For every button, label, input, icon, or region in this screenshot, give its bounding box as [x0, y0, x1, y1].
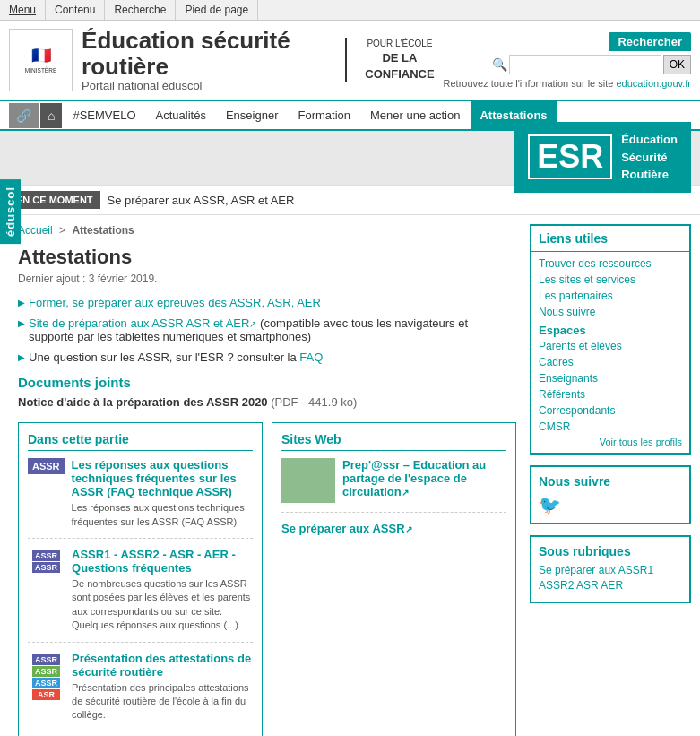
web-img-1	[281, 458, 335, 503]
top-nav-recherche[interactable]: Recherche	[105, 0, 176, 20]
link-faq[interactable]: FAQ	[299, 351, 323, 364]
top-nav-menu[interactable]: Menu	[0, 0, 46, 20]
link-former[interactable]: Former, se préparer aux épreuves des ASS…	[29, 296, 321, 309]
link-faq-text: Une question sur les ASSR, sur l'ESR ? c…	[29, 351, 299, 364]
search-row: 🔍 OK	[492, 55, 691, 74]
search-block: Rechercher 🔍 OK Retrouvez toute l'inform…	[444, 28, 691, 92]
espaces-section: Espaces	[539, 324, 682, 337]
content-link-1: Former, se préparer aux épreuves des ASS…	[18, 296, 516, 309]
badge-assr2: ASSR	[32, 562, 60, 573]
card-dans-partie: Dans cette partie ASSR Les réponses aux …	[18, 422, 263, 736]
sidebar-link-sites[interactable]: Les sites et services	[539, 273, 682, 286]
sidebar: Liens utiles Trouver des ressources Les …	[530, 224, 691, 736]
nav-semvelo[interactable]: #SEMVELO	[64, 101, 144, 129]
card-item-2-text: ASSR1 - ASSR2 - ASR - AER - Questions fr…	[72, 548, 253, 633]
card-item-1-link[interactable]: Les réponses aux questions techniques fr…	[72, 458, 237, 498]
card-web-item-1-text: Prep'@ssr – Education au partage de l'es…	[342, 458, 506, 502]
sous-rubriques-title: Sous rubriques	[539, 544, 682, 558]
card-web-item-2: Se préparer aux ASSR	[281, 522, 506, 548]
card-item-3-desc: Présentation des principales attestation…	[72, 681, 253, 723]
card-item-3: ASSR ASSR ASSR ASR Présentation des atte…	[28, 652, 253, 732]
main-title: Éducation sécurité routière	[82, 28, 327, 79]
top-nav-pied[interactable]: Pied de page	[176, 0, 258, 20]
badge-p-aer: ASR	[32, 689, 60, 700]
sidebar-link-suivre[interactable]: Nous suivre	[539, 306, 682, 318]
liens-utiles-box: Liens utiles Trouver des ressources Les …	[530, 224, 691, 455]
twitter-icon[interactable]: 🐦	[539, 495, 561, 515]
sidebar-see-all[interactable]: Voir tous les profils	[539, 437, 682, 447]
nav-home-icon[interactable]: 🔗	[9, 103, 39, 128]
esr-text: Éducation Sécurité Routière	[621, 131, 678, 184]
follow-title: Nous suivre	[539, 474, 682, 489]
top-nav-contenu[interactable]: Contenu	[46, 0, 105, 20]
brand-line1: POUR L'ÉCOLE	[356, 38, 443, 50]
link-site-prep[interactable]: Site de préparation aux ASSR ASR et AER	[29, 316, 256, 330]
breadcrumb-home[interactable]: Accueil	[18, 224, 53, 237]
web-link-2[interactable]: Se préparer aux ASSR	[281, 522, 412, 535]
brand-line2: DE LA CONFIANCE	[356, 50, 443, 82]
search-magnifier-icon: 🔍	[492, 57, 507, 72]
breadcrumb-current: Attestations	[72, 224, 134, 237]
badge-p-assr: ASSR	[32, 654, 60, 665]
content-link-2: Site de préparation aux ASSR ASR et AER …	[18, 316, 516, 343]
esr-logo: ESR Éducation Sécurité Routière	[514, 122, 691, 193]
page-date: Dernier ajout : 3 février 2019.	[18, 273, 516, 285]
education-site-link[interactable]: education.gouv.fr	[616, 78, 691, 89]
sidebar-link-cmsr[interactable]: CMSR	[539, 420, 682, 433]
badge-assr-multi: ASSR ASSR	[28, 548, 65, 576]
nav-actualites[interactable]: Actualités	[147, 101, 215, 129]
sidebar-link-enseignants[interactable]: Enseignants	[539, 372, 682, 385]
doc-link[interactable]: Notice d'aide à la préparation des ASSR …	[18, 395, 268, 409]
page-title: Attestations	[18, 246, 516, 269]
content-wrapper: Accueil > Attestations Attestations Dern…	[0, 215, 700, 736]
card-item-2-desc: De nombreuses questions sur les ASSR son…	[72, 577, 253, 633]
web-link-1[interactable]: Prep'@ssr – Education au partage de l'es…	[342, 458, 506, 498]
header-left: 🇫🇷 MINISTÈRE Éducation sécurité routière…	[9, 28, 444, 92]
doc-label[interactable]: Notice d'aide à la préparation des ASSR …	[18, 395, 271, 409]
card-partie-title: Dans cette partie	[28, 432, 253, 451]
site-link: Retrouvez toute l'information sur le sit…	[444, 78, 691, 89]
search-input[interactable]	[509, 55, 661, 74]
breaking-label: EN CE MOMENT	[9, 191, 100, 209]
card-item-2: ASSR ASSR ASSR1 - ASSR2 - ASR - AER - Qu…	[28, 548, 253, 643]
card-item-1-desc: Les réponses aux questions techniques fr…	[72, 501, 253, 529]
nav-mener[interactable]: Mener une action	[361, 101, 469, 129]
card-item-3-link[interactable]: Présentation des attestations de sécurit…	[72, 652, 251, 679]
documents-heading: Documents joints	[18, 375, 516, 390]
doc-joint: Notice d'aide à la préparation des ASSR …	[18, 395, 516, 409]
card-web-title: Sites Web	[281, 432, 506, 451]
logo-text: MINISTÈRE	[25, 67, 56, 74]
eduscol-label: éduscol	[0, 179, 21, 244]
esr-icon: ESR	[528, 134, 612, 179]
card-item-1: ASSR Les réponses aux questions techniqu…	[28, 458, 253, 539]
sous-link-assr2[interactable]: ASSR2 ASR AER	[539, 579, 682, 592]
liens-utiles-title: Liens utiles	[531, 226, 689, 252]
sidebar-link-correspondants[interactable]: Correspondants	[539, 404, 682, 417]
sidebar-link-cadres[interactable]: Cadres	[539, 356, 682, 368]
nav-enseigner[interactable]: Enseigner	[217, 101, 288, 129]
sidebar-link-parents[interactable]: Parents et élèves	[539, 340, 682, 352]
sidebar-link-ressources[interactable]: Trouver des ressources	[539, 257, 682, 270]
subtitle: Portail national éduscol	[82, 79, 327, 92]
main-content: Accueil > Attestations Attestations Dern…	[18, 224, 516, 736]
search-button[interactable]: OK	[663, 55, 691, 74]
card-item-2-link[interactable]: ASSR1 - ASSR2 - ASR - AER - Questions fr…	[72, 548, 236, 575]
sidebar-link-partenaires[interactable]: Les partenaires	[539, 290, 682, 302]
badge-assr: ASSR	[28, 458, 65, 474]
card-item-3-text: Présentation des attestations de sécurit…	[72, 652, 253, 723]
sous-rubriques-box: Sous rubriques Se préparer aux ASSR1 ASS…	[530, 535, 691, 603]
top-nav: Menu Contenu Recherche Pied de page	[0, 0, 700, 21]
logo-emblem: 🇫🇷	[31, 46, 51, 65]
card-web-item-1: Prep'@ssr – Education au partage de l'es…	[281, 458, 506, 513]
badge-assr1: ASSR	[32, 550, 60, 561]
badge-p-asr: ASSR	[32, 678, 60, 688]
liens-utiles-body: Trouver des ressources Les sites et serv…	[531, 252, 689, 453]
sous-link-assr1[interactable]: Se préparer aux ASSR1	[539, 564, 682, 576]
header: 🇫🇷 MINISTÈRE Éducation sécurité routière…	[0, 21, 700, 101]
header-title-block: Éducation sécurité routière Portail nati…	[82, 28, 327, 92]
brand: POUR L'ÉCOLE DE LA CONFIANCE	[345, 38, 443, 82]
nav-home2-icon[interactable]: ⌂	[40, 103, 62, 128]
sidebar-link-referents[interactable]: Référents	[539, 388, 682, 401]
follow-box: Nous suivre 🐦	[530, 465, 691, 524]
nav-formation[interactable]: Formation	[289, 101, 359, 129]
